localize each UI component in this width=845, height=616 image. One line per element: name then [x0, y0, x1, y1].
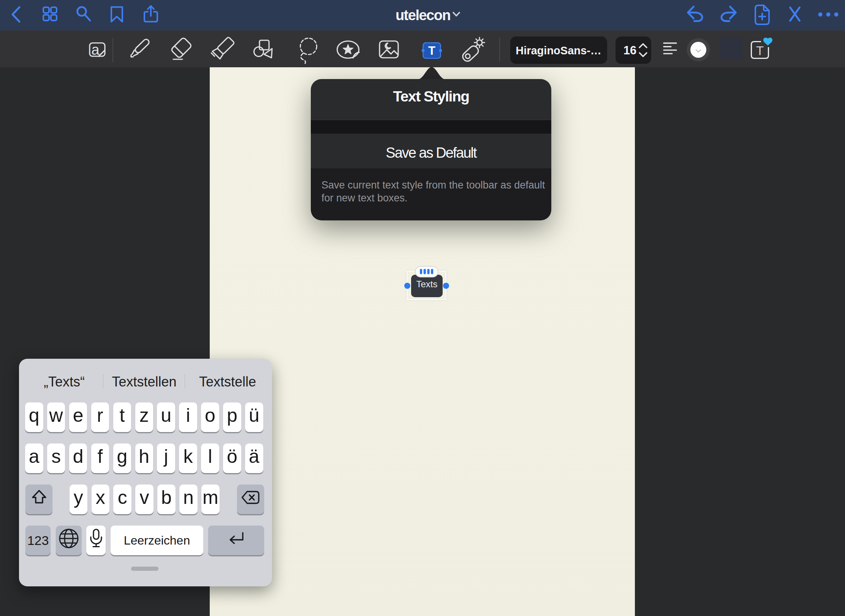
svg-text:T: T [428, 44, 435, 57]
svg-text:a: a [91, 42, 100, 58]
svg-text:T: T [756, 44, 764, 58]
svg-text:16: 16 [623, 44, 636, 57]
svg-text:HiraginoSans-…: HiraginoSans-… [516, 44, 601, 57]
